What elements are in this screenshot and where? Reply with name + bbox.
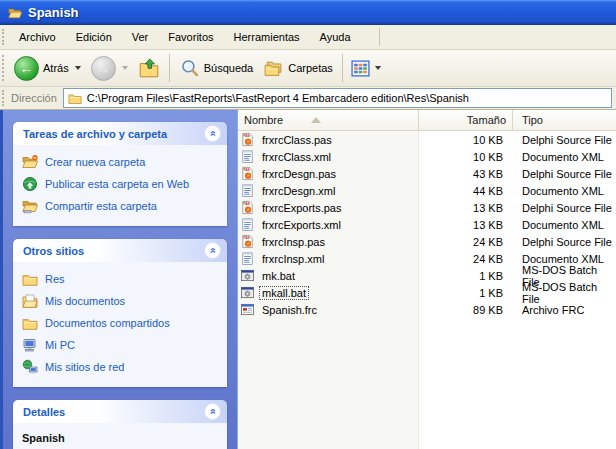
place-res[interactable]: Res [22,271,223,287]
task-label: Compartir esta carpeta [45,200,157,212]
place-shared-documents[interactable]: Documentos compartidos [22,315,223,331]
address-input[interactable]: C:\Program Files\FastReports\FastReport … [63,88,612,108]
task-share-folder[interactable]: Compartir esta carpeta [22,198,223,214]
explorer-window: Spanish Archivo Edición Ver Favoritos He… [0,0,616,449]
toolbar-separator [169,54,170,82]
network-places-icon [22,359,38,375]
publish-web-icon [22,176,38,192]
menu-ayuda[interactable]: Ayuda [310,28,361,46]
views-dropdown-caret-icon[interactable] [375,66,381,70]
folders-button[interactable]: Carpetas [258,56,338,81]
details-folder-name: Spanish [22,432,65,444]
file-type: Delphi Source File [513,168,616,180]
file-name: frxrcExports.pas [259,201,344,215]
table-row-focused[interactable]: mkall.bat 1 KB MS-DOS Batch File [238,284,616,301]
share-folder-icon [22,198,38,214]
menu-archivo[interactable]: Archivo [9,28,66,46]
file-type: Archivo FRC [513,304,616,316]
panel-title: Detalles [23,406,65,418]
file-name: frxrcDesgn.pas [259,167,339,181]
search-button[interactable]: Búsqueda [174,56,259,81]
address-path: C:\Program Files\FastReports\FastReport … [87,92,469,104]
delphi-pas-file-icon [240,200,255,215]
file-type: Documento XML [513,185,616,197]
place-label: Mis documentos [45,295,125,307]
menu-herramientas[interactable]: Herramientas [224,28,310,46]
delphi-pas-file-icon [240,132,255,147]
toolbar-gripper[interactable] [2,55,6,80]
panel-details-header[interactable]: Detalles » [13,400,227,423]
menu-favoritos[interactable]: Favoritos [158,28,223,46]
file-type: Delphi Source File [513,134,616,146]
panel-title: Otros sitios [23,245,84,257]
address-gripper[interactable] [2,90,6,105]
file-name: frxrcExports.xml [259,218,344,232]
file-name: mkall.bat [259,286,309,300]
list-header: Nombre Tamaño Tipo [238,110,616,131]
file-type: Delphi Source File [513,236,616,248]
menu-ver[interactable]: Ver [122,28,159,46]
file-size: 24 KB [419,253,513,265]
frc-file-icon [240,302,255,317]
standard-toolbar: ← Atrás → Búsqueda Carpetas [0,50,616,87]
panel-file-tasks: Tareas de archivo y carpeta » Crear nuev… [13,122,227,226]
panel-other-places-header[interactable]: Otros sitios » [13,239,227,262]
file-name: frxrcInsp.xml [259,252,327,266]
menu-band-separator [379,28,380,46]
collapse-chevron-icon[interactable]: » [204,242,221,259]
panel-file-tasks-body: Crear nueva carpeta Publicar esta carpet… [13,145,227,226]
search-icon [179,58,200,79]
folders-label: Carpetas [288,62,333,74]
menu-gripper[interactable] [2,29,6,46]
collapse-chevron-icon[interactable]: » [204,403,221,420]
title-bar[interactable]: Spanish [0,0,616,25]
table-row[interactable]: frxrcExports.xml 13 KB Documento XML [238,216,616,233]
back-button[interactable]: ← Atrás [9,54,86,83]
menu-edicion[interactable]: Edición [66,28,122,46]
address-label: Dirección [11,92,57,104]
panel-file-tasks-header[interactable]: Tareas de archivo y carpeta » [13,122,227,145]
sort-ascending-icon [311,117,321,123]
back-dropdown-caret-icon[interactable] [75,66,81,70]
main-content: Tareas de archivo y carpeta » Crear nuev… [0,110,616,449]
forward-arrow-icon: → [91,56,116,81]
shared-documents-icon [22,315,38,331]
file-list-pane: Nombre Tamaño Tipo frxrcClass.pas 10 KB … [237,110,616,449]
column-label: Tipo [522,114,543,126]
place-label: Mis sitios de red [45,361,124,373]
table-row[interactable]: frxrcClass.pas 10 KB Delphi Source File [238,131,616,148]
file-type: Documento XML [513,219,616,231]
up-button[interactable] [133,55,165,81]
panel-other-places-body: Res Mis documentos Documentos compartido… [13,262,227,387]
forward-dropdown-caret-icon[interactable] [122,66,128,70]
views-grid-icon [351,59,370,78]
table-row[interactable]: frxrcInsp.pas 24 KB Delphi Source File [238,233,616,250]
search-label: Búsqueda [204,62,254,74]
panel-details-body: Spanish [13,423,227,449]
column-label: Nombre [244,114,283,126]
collapse-chevron-icon[interactable]: » [204,125,221,142]
place-my-documents[interactable]: Mis documentos [22,293,223,309]
file-size: 13 KB [419,202,513,214]
place-network[interactable]: Mis sitios de red [22,359,223,375]
task-publish-web[interactable]: Publicar esta carpeta en Web [22,176,223,192]
task-create-folder[interactable]: Crear nueva carpeta [22,154,223,170]
column-header-name[interactable]: Nombre [238,110,419,131]
column-header-type[interactable]: Tipo [513,110,616,131]
table-row[interactable]: frxrcDesgn.pas 43 KB Delphi Source File [238,165,616,182]
column-header-size[interactable]: Tamaño [419,110,513,131]
batch-file-icon [240,268,255,283]
back-arrow-icon: ← [14,56,39,81]
forward-button[interactable]: → [86,54,133,83]
file-size: 1 KB [419,287,513,299]
my-computer-icon [22,337,38,353]
table-row[interactable]: frxrcDesgn.xml 44 KB Documento XML [238,182,616,199]
place-my-computer[interactable]: Mi PC [22,337,223,353]
table-row[interactable]: frxrcClass.xml 10 KB Documento XML [238,148,616,165]
folder-icon [22,271,38,287]
table-row[interactable]: Spanish.frc 89 KB Archivo FRC [238,301,616,318]
table-row[interactable]: frxrcExports.pas 13 KB Delphi Source Fil… [238,199,616,216]
views-button[interactable] [347,57,385,80]
place-label: Res [45,273,65,285]
panel-other-places: Otros sitios » Res Mis documentos Docume… [13,239,227,387]
